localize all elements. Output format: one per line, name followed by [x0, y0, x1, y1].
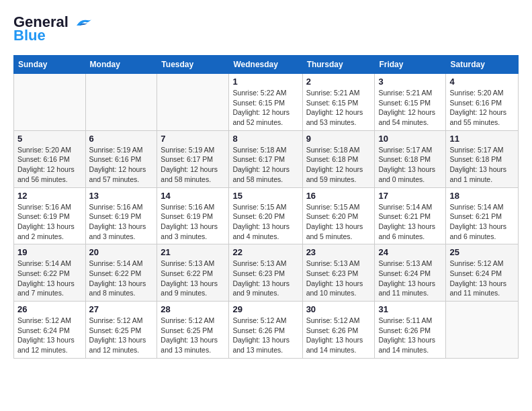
day-number: 4	[449, 77, 515, 87]
calendar-cell: 17Sunrise: 5:14 AM Sunset: 6:21 PM Dayli…	[375, 187, 446, 244]
day-number: 7	[161, 134, 225, 144]
day-info: Sunrise: 5:16 AM Sunset: 6:19 PM Dayligh…	[161, 202, 225, 242]
calendar-cell: 26Sunrise: 5:12 AM Sunset: 6:24 PM Dayli…	[14, 302, 86, 359]
day-number: 11	[449, 134, 515, 144]
calendar-table: SundayMondayTuesdayWednesdayThursdayFrid…	[13, 55, 519, 359]
header-wednesday: Wednesday	[229, 56, 302, 74]
day-info: Sunrise: 5:22 AM Sunset: 6:15 PM Dayligh…	[232, 88, 298, 128]
calendar-cell: 30Sunrise: 5:12 AM Sunset: 6:26 PM Dayli…	[302, 302, 375, 359]
day-number: 28	[161, 304, 225, 314]
day-info: Sunrise: 5:21 AM Sunset: 6:15 PM Dayligh…	[378, 88, 442, 128]
day-info: Sunrise: 5:20 AM Sunset: 6:16 PM Dayligh…	[449, 88, 515, 128]
day-number: 14	[161, 191, 225, 201]
day-number: 30	[306, 304, 371, 314]
day-number: 23	[306, 247, 371, 257]
day-number: 1	[232, 77, 298, 87]
calendar-cell: 27Sunrise: 5:12 AM Sunset: 6:25 PM Dayli…	[85, 302, 157, 359]
day-info: Sunrise: 5:13 AM Sunset: 6:24 PM Dayligh…	[378, 259, 442, 298]
calendar-cell: 31Sunrise: 5:11 AM Sunset: 6:26 PM Dayli…	[375, 302, 446, 359]
calendar-cell: 28Sunrise: 5:12 AM Sunset: 6:25 PM Dayli…	[157, 302, 229, 359]
calendar-cell: 16Sunrise: 5:15 AM Sunset: 6:20 PM Dayli…	[302, 187, 375, 244]
calendar-cell: 20Sunrise: 5:14 AM Sunset: 6:22 PM Dayli…	[85, 244, 157, 302]
calendar-week-2: 5Sunrise: 5:20 AM Sunset: 6:16 PM Daylig…	[14, 130, 519, 187]
calendar-week-4: 19Sunrise: 5:14 AM Sunset: 6:22 PM Dayli…	[14, 244, 519, 302]
header-friday: Friday	[375, 56, 446, 74]
day-number: 24	[378, 247, 442, 257]
header-tuesday: Tuesday	[157, 56, 229, 74]
day-number: 31	[378, 304, 442, 314]
logo: General Blue	[13, 13, 93, 44]
calendar-week-3: 12Sunrise: 5:16 AM Sunset: 6:19 PM Dayli…	[14, 187, 519, 244]
calendar-cell: 15Sunrise: 5:15 AM Sunset: 6:20 PM Dayli…	[229, 187, 302, 244]
calendar-header-row: SundayMondayTuesdayWednesdayThursdayFrid…	[14, 56, 519, 74]
calendar-cell: 11Sunrise: 5:17 AM Sunset: 6:18 PM Dayli…	[446, 130, 519, 187]
day-number: 25	[449, 247, 515, 257]
calendar-cell	[85, 74, 157, 131]
day-info: Sunrise: 5:14 AM Sunset: 6:21 PM Dayligh…	[449, 202, 515, 242]
calendar-cell: 6Sunrise: 5:19 AM Sunset: 6:16 PM Daylig…	[85, 130, 157, 187]
day-number: 13	[89, 191, 154, 201]
calendar-cell: 18Sunrise: 5:14 AM Sunset: 6:21 PM Dayli…	[446, 187, 519, 244]
header-sunday: Sunday	[14, 56, 86, 74]
day-info: Sunrise: 5:17 AM Sunset: 6:18 PM Dayligh…	[378, 145, 442, 185]
day-info: Sunrise: 5:18 AM Sunset: 6:17 PM Dayligh…	[232, 145, 298, 185]
calendar-cell: 7Sunrise: 5:19 AM Sunset: 6:17 PM Daylig…	[157, 130, 229, 187]
day-info: Sunrise: 5:12 AM Sunset: 6:25 PM Dayligh…	[161, 316, 225, 355]
calendar-cell	[14, 74, 86, 131]
day-info: Sunrise: 5:16 AM Sunset: 6:19 PM Dayligh…	[17, 202, 82, 242]
day-info: Sunrise: 5:12 AM Sunset: 6:26 PM Dayligh…	[306, 316, 371, 355]
calendar-cell: 24Sunrise: 5:13 AM Sunset: 6:24 PM Dayli…	[375, 244, 446, 302]
day-number: 2	[306, 77, 371, 87]
calendar-cell	[157, 74, 229, 131]
calendar-cell: 21Sunrise: 5:13 AM Sunset: 6:22 PM Dayli…	[157, 244, 229, 302]
calendar-cell: 2Sunrise: 5:21 AM Sunset: 6:15 PM Daylig…	[302, 74, 375, 131]
logo-bird-icon	[74, 16, 93, 30]
day-info: Sunrise: 5:19 AM Sunset: 6:16 PM Dayligh…	[89, 145, 154, 185]
day-number: 9	[306, 134, 371, 144]
day-info: Sunrise: 5:15 AM Sunset: 6:20 PM Dayligh…	[232, 202, 298, 242]
day-info: Sunrise: 5:14 AM Sunset: 6:21 PM Dayligh…	[378, 202, 442, 242]
day-info: Sunrise: 5:12 AM Sunset: 6:26 PM Dayligh…	[232, 316, 298, 355]
calendar-cell: 13Sunrise: 5:16 AM Sunset: 6:19 PM Dayli…	[85, 187, 157, 244]
calendar-cell: 1Sunrise: 5:22 AM Sunset: 6:15 PM Daylig…	[229, 74, 302, 131]
day-info: Sunrise: 5:14 AM Sunset: 6:22 PM Dayligh…	[89, 259, 154, 298]
day-number: 26	[17, 304, 82, 314]
calendar-cell: 12Sunrise: 5:16 AM Sunset: 6:19 PM Dayli…	[14, 187, 86, 244]
day-number: 20	[89, 247, 154, 257]
header-saturday: Saturday	[446, 56, 519, 74]
day-info: Sunrise: 5:18 AM Sunset: 6:18 PM Dayligh…	[306, 145, 371, 185]
day-number: 19	[17, 247, 82, 257]
day-number: 18	[449, 191, 515, 201]
day-number: 3	[378, 77, 442, 87]
calendar-cell: 25Sunrise: 5:12 AM Sunset: 6:24 PM Dayli…	[446, 244, 519, 302]
day-info: Sunrise: 5:11 AM Sunset: 6:26 PM Dayligh…	[378, 316, 442, 355]
calendar-cell: 14Sunrise: 5:16 AM Sunset: 6:19 PM Dayli…	[157, 187, 229, 244]
calendar-cell: 8Sunrise: 5:18 AM Sunset: 6:17 PM Daylig…	[229, 130, 302, 187]
day-info: Sunrise: 5:16 AM Sunset: 6:19 PM Dayligh…	[89, 202, 154, 242]
calendar-cell: 5Sunrise: 5:20 AM Sunset: 6:16 PM Daylig…	[14, 130, 86, 187]
day-info: Sunrise: 5:13 AM Sunset: 6:23 PM Dayligh…	[306, 259, 371, 298]
day-number: 6	[89, 134, 154, 144]
calendar-cell: 4Sunrise: 5:20 AM Sunset: 6:16 PM Daylig…	[446, 74, 519, 131]
calendar-week-1: 1Sunrise: 5:22 AM Sunset: 6:15 PM Daylig…	[14, 74, 519, 131]
day-info: Sunrise: 5:13 AM Sunset: 6:23 PM Dayligh…	[232, 259, 298, 298]
day-info: Sunrise: 5:20 AM Sunset: 6:16 PM Dayligh…	[17, 145, 82, 185]
calendar-cell	[446, 302, 519, 359]
header-thursday: Thursday	[302, 56, 375, 74]
calendar-cell: 22Sunrise: 5:13 AM Sunset: 6:23 PM Dayli…	[229, 244, 302, 302]
logo-line2: Blue	[13, 27, 46, 44]
day-info: Sunrise: 5:19 AM Sunset: 6:17 PM Dayligh…	[161, 145, 225, 185]
day-number: 5	[17, 134, 82, 144]
header-monday: Monday	[85, 56, 157, 74]
day-number: 10	[378, 134, 442, 144]
day-info: Sunrise: 5:21 AM Sunset: 6:15 PM Dayligh…	[306, 88, 371, 128]
calendar-cell: 10Sunrise: 5:17 AM Sunset: 6:18 PM Dayli…	[375, 130, 446, 187]
calendar-cell: 19Sunrise: 5:14 AM Sunset: 6:22 PM Dayli…	[14, 244, 86, 302]
day-info: Sunrise: 5:13 AM Sunset: 6:22 PM Dayligh…	[161, 259, 225, 298]
day-number: 16	[306, 191, 371, 201]
calendar-cell: 3Sunrise: 5:21 AM Sunset: 6:15 PM Daylig…	[375, 74, 446, 131]
day-info: Sunrise: 5:12 AM Sunset: 6:24 PM Dayligh…	[449, 259, 515, 298]
day-number: 17	[378, 191, 442, 201]
day-number: 12	[17, 191, 82, 201]
day-info: Sunrise: 5:14 AM Sunset: 6:22 PM Dayligh…	[17, 259, 82, 298]
